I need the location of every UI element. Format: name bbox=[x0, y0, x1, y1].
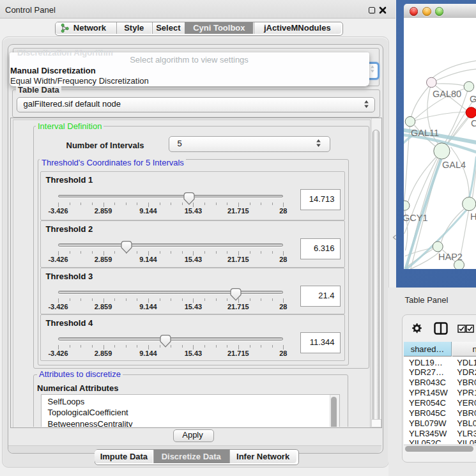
svg-text:GCY1: GCY1 bbox=[404, 213, 428, 223]
svg-text:GAL4: GAL4 bbox=[442, 160, 466, 170]
svg-text:GAL80: GAL80 bbox=[433, 89, 461, 99]
svg-text:HAP2: HAP2 bbox=[438, 252, 463, 262]
svg-text:H: H bbox=[470, 211, 476, 222]
svg-text:C: C bbox=[471, 118, 476, 128]
svg-text:GA: GA bbox=[470, 94, 476, 104]
svg-text:GAL11: GAL11 bbox=[411, 128, 439, 138]
